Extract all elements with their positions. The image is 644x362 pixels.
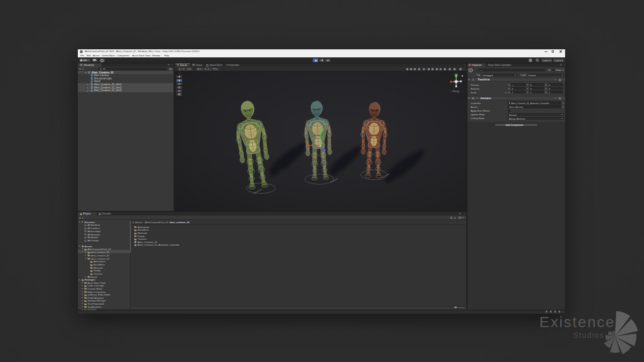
- svg-text:< Persp: < Persp: [451, 90, 459, 93]
